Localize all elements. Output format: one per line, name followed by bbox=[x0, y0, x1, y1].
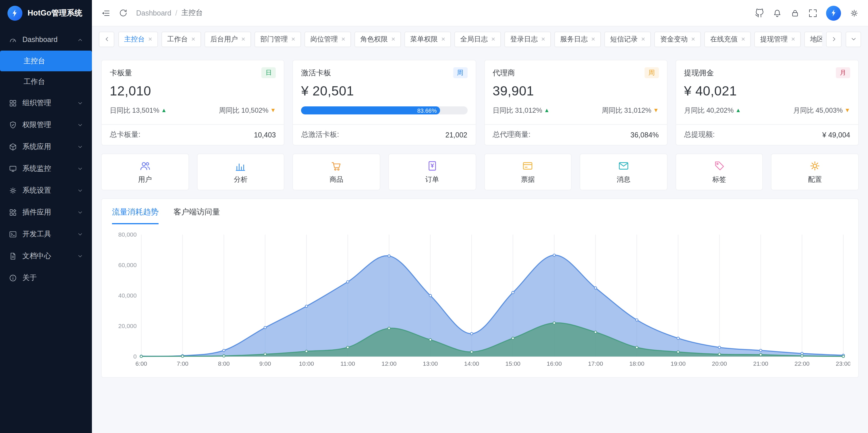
menu-fold-icon[interactable] bbox=[101, 8, 110, 18]
svg-text:11:00: 11:00 bbox=[340, 360, 355, 367]
tab-close-icon[interactable]: × bbox=[191, 36, 195, 42]
stat-card-title: 提现佣金 bbox=[684, 67, 714, 78]
shortcut-users[interactable]: 用户 bbox=[101, 154, 189, 191]
tab-item-9[interactable]: 服务日志× bbox=[554, 31, 601, 47]
sidebar-item-system-apps[interactable]: 系统应用 bbox=[0, 136, 92, 157]
settings-gear-icon[interactable] bbox=[849, 8, 859, 18]
sidebar-item-label: 插件应用 bbox=[22, 207, 51, 217]
shortcut-goods[interactable]: 商品 bbox=[293, 154, 380, 191]
tab-item-3[interactable]: 部门管理× bbox=[254, 31, 301, 47]
tab-label: 工作台 bbox=[167, 34, 188, 44]
tabs-scroll-left-button[interactable] bbox=[99, 31, 114, 47]
breadcrumb-root[interactable]: Dashboard bbox=[136, 9, 171, 17]
sidebar-item-dashboard[interactable]: Dashboard bbox=[0, 29, 92, 51]
sidebar-item-org-management[interactable]: 组织管理 bbox=[0, 92, 92, 114]
sidebar-item-label: 权限管理 bbox=[22, 120, 51, 130]
tab-label: 在线充值 bbox=[710, 34, 738, 44]
config-gear-icon bbox=[809, 160, 821, 172]
shortcut-label: 商品 bbox=[330, 175, 343, 184]
tab-item-0[interactable]: 主控台× bbox=[118, 31, 158, 47]
tab-close-icon[interactable]: × bbox=[691, 36, 695, 42]
chart-tabs: 流量消耗趋势 客户端访问量 bbox=[110, 206, 850, 225]
breadcrumb-current[interactable]: 主控台 bbox=[181, 8, 203, 18]
svg-text:20:00: 20:00 bbox=[712, 360, 727, 367]
tab-close-icon[interactable]: × bbox=[391, 36, 395, 42]
shortcut-tickets[interactable]: 票据 bbox=[484, 154, 571, 191]
stat-footer-label: 总激活卡板: bbox=[301, 130, 339, 140]
tab-item-13[interactable]: 提现管理× bbox=[754, 31, 801, 47]
tabs-dropdown-button[interactable] bbox=[846, 31, 861, 47]
chart-tab-client-visits[interactable]: 客户端访问量 bbox=[174, 207, 220, 225]
tab-close-icon[interactable]: × bbox=[741, 36, 745, 42]
sidebar-item-plugin-apps[interactable]: 插件应用 bbox=[0, 201, 92, 223]
tab-close-icon[interactable]: × bbox=[641, 36, 645, 42]
tab-label: 服务日志 bbox=[560, 34, 588, 44]
period-badge: 月 bbox=[836, 67, 850, 79]
chevron-down-icon bbox=[77, 143, 83, 150]
lock-icon[interactable] bbox=[790, 8, 800, 18]
sidebar-item-label: 系统设置 bbox=[22, 185, 51, 195]
tab-close-icon[interactable]: × bbox=[148, 36, 152, 42]
monitor-icon bbox=[9, 164, 17, 173]
tab-label: 全局日志 bbox=[460, 34, 488, 44]
fullscreen-icon[interactable] bbox=[808, 8, 817, 18]
tab-close-icon[interactable]: × bbox=[341, 36, 345, 42]
plugin-grid-icon bbox=[9, 208, 17, 216]
tab-close-icon[interactable]: × bbox=[541, 36, 545, 42]
tab-item-8[interactable]: 登录日志× bbox=[504, 31, 551, 47]
tabs-scroll-right-button[interactable] bbox=[826, 31, 842, 47]
sidebar-item-system-monitor[interactable]: 系统监控 bbox=[0, 157, 92, 179]
sidebar-item-dev-tools[interactable]: 开发工具 bbox=[0, 223, 92, 245]
tab-label: 角色权限 bbox=[360, 34, 388, 44]
shortcut-analysis[interactable]: 分析 bbox=[197, 154, 284, 191]
tab-close-icon[interactable]: × bbox=[241, 36, 245, 42]
chart-tab-traffic-trend[interactable]: 流量消耗趋势 bbox=[112, 207, 159, 225]
stat-card-card-volume: 卡板量 日 12,010 日同比 13,501% ▲ 周同比 10,502% bbox=[101, 60, 285, 146]
tab-label: 登录日志 bbox=[510, 34, 538, 44]
traffic-chart-card: 流量消耗趋势 客户端访问量 020,00040,00060,00080,0006… bbox=[101, 199, 859, 378]
shortcut-orders[interactable]: 订单 bbox=[388, 154, 476, 191]
tab-item-5[interactable]: 角色权限× bbox=[354, 31, 401, 47]
shortcut-label: 订单 bbox=[425, 175, 439, 184]
svg-text:19:00: 19:00 bbox=[671, 360, 686, 367]
github-icon[interactable] bbox=[755, 8, 764, 18]
shortcut-tags[interactable]: 标签 bbox=[676, 154, 763, 191]
avatar[interactable] bbox=[826, 5, 841, 21]
sidebar-item-system-settings[interactable]: 系统设置 bbox=[0, 179, 92, 201]
tab-close-icon[interactable]: × bbox=[491, 36, 495, 42]
tab-item-6[interactable]: 菜单权限× bbox=[404, 31, 451, 47]
tab-item-2[interactable]: 后台用户× bbox=[205, 31, 251, 47]
tab-item-14[interactable]: 地区编码× bbox=[804, 31, 822, 47]
tab-label: 主控台 bbox=[124, 34, 145, 44]
sidebar-item-permission-management[interactable]: 权限管理 bbox=[0, 114, 92, 136]
tab-list: 主控台×工作台×后台用户×部门管理×岗位管理×角色权限×菜单权限×全局日志×登录… bbox=[118, 31, 822, 47]
tab-close-icon[interactable]: × bbox=[591, 36, 595, 42]
tab-item-7[interactable]: 全局日志× bbox=[455, 31, 501, 47]
sidebar-item-workbench[interactable]: 工作台 bbox=[0, 71, 92, 92]
logo-icon bbox=[7, 6, 22, 21]
compare-value: 31,012% bbox=[515, 107, 542, 115]
sidebar: HotGo管理系统 Dashboard 主控台 工作台 组织管理 权限管理 bbox=[0, 0, 92, 433]
page-content: 卡板量 日 12,010 日同比 13,501% ▲ 周同比 10,502% bbox=[92, 52, 868, 433]
tab-item-10[interactable]: 短信记录× bbox=[604, 31, 651, 47]
tab-item-1[interactable]: 工作台× bbox=[161, 31, 201, 47]
shortcut-config[interactable]: 配置 bbox=[771, 154, 859, 191]
stat-footer-value: 21,002 bbox=[445, 131, 467, 139]
refresh-icon[interactable] bbox=[119, 9, 127, 17]
tab-close-icon[interactable]: × bbox=[791, 36, 795, 42]
tab-item-12[interactable]: 在线充值× bbox=[704, 31, 751, 47]
sidebar-item-about[interactable]: 关于 bbox=[0, 267, 92, 289]
tab-close-icon[interactable]: × bbox=[441, 36, 445, 42]
sidebar-item-main-console[interactable]: 主控台 bbox=[0, 51, 92, 71]
sidebar-item-doc-center[interactable]: 文档中心 bbox=[0, 245, 92, 267]
shortcut-messages[interactable]: 消息 bbox=[580, 154, 667, 191]
app-logo[interactable]: HotGo管理系统 bbox=[0, 0, 92, 26]
stat-value: 12,010 bbox=[102, 79, 284, 102]
tab-close-icon[interactable]: × bbox=[291, 36, 295, 42]
bell-icon[interactable] bbox=[773, 8, 782, 18]
traffic-trend-area-chart: 020,00040,00060,00080,0006:007:008:009:0… bbox=[110, 229, 850, 373]
progress-label: 83.66% bbox=[417, 108, 440, 114]
chart-area: 020,00040,00060,00080,0006:007:008:009:0… bbox=[110, 225, 850, 373]
tab-item-11[interactable]: 资金变动× bbox=[654, 31, 701, 47]
tab-item-4[interactable]: 岗位管理× bbox=[305, 31, 351, 47]
